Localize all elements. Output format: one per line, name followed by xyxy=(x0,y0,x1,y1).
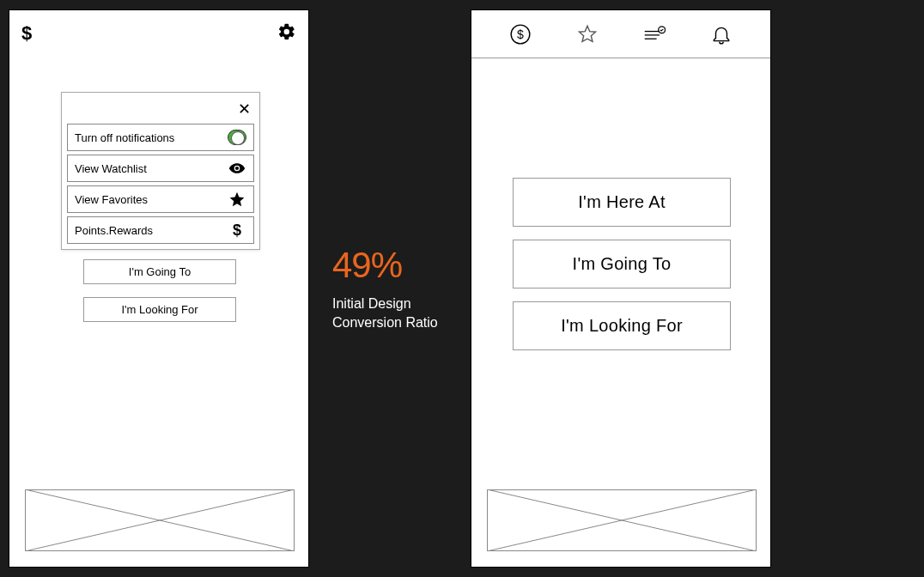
main-buttons-right: I'm Here At I'm Going To I'm Looking For xyxy=(513,178,731,363)
top-bar-right: $ xyxy=(471,10,770,58)
button-going-to[interactable]: I'm Going To xyxy=(513,240,731,288)
stat-initial: 49% Initial Design Conversion Ratio xyxy=(332,245,438,331)
popup-row-favorites[interactable]: View Favorites xyxy=(67,185,254,213)
main-buttons-left: I'm Going To I'm Looking For xyxy=(83,259,236,335)
eye-icon xyxy=(228,160,246,177)
image-placeholder xyxy=(487,489,757,551)
popup-row-watchlist[interactable]: View Watchlist xyxy=(67,155,254,182)
stat-percentage: 49% xyxy=(332,245,438,286)
stat-label-line1: Initial Design xyxy=(332,295,438,313)
button-looking-for[interactable]: I'm Looking For xyxy=(83,297,236,322)
star-outline-icon[interactable] xyxy=(575,22,599,46)
svg-text:$: $ xyxy=(517,27,524,40)
button-here-at[interactable]: I'm Here At xyxy=(513,178,731,227)
settings-popup: ✕ Turn off notifications View Watchlist … xyxy=(61,92,260,250)
popup-label: View Favorites xyxy=(75,193,148,206)
gear-icon[interactable] xyxy=(277,22,296,45)
dollar-icon: $ xyxy=(228,222,246,239)
popup-row-rewards[interactable]: Points.Rewards $ xyxy=(67,216,254,244)
popup-label: View Watchlist xyxy=(75,162,147,175)
top-bar-left: $ xyxy=(9,10,308,48)
image-placeholder xyxy=(25,489,295,551)
list-check-icon[interactable] xyxy=(642,22,666,46)
phone-wireframe-initial: $ ✕ Turn off notifications View Watchlis… xyxy=(9,9,309,568)
popup-label: Points.Rewards xyxy=(75,224,153,237)
toggle-icon[interactable] xyxy=(228,129,246,146)
stat-label-line2: Conversion Ratio xyxy=(332,313,438,332)
phone-wireframe-revised: $ I'm Here At I'm Going To I'm Looking F… xyxy=(471,9,771,568)
button-looking-for[interactable]: I'm Looking For xyxy=(513,301,731,350)
button-going-to[interactable]: I'm Going To xyxy=(83,259,236,284)
bell-icon[interactable] xyxy=(709,22,733,46)
popup-row-notifications[interactable]: Turn off notifications xyxy=(67,124,254,151)
star-icon xyxy=(228,191,246,208)
dollar-circle-icon[interactable]: $ xyxy=(508,22,532,46)
dollar-icon[interactable]: $ xyxy=(21,22,32,45)
close-icon[interactable]: ✕ xyxy=(67,98,254,124)
popup-label: Turn off notifications xyxy=(75,131,174,144)
